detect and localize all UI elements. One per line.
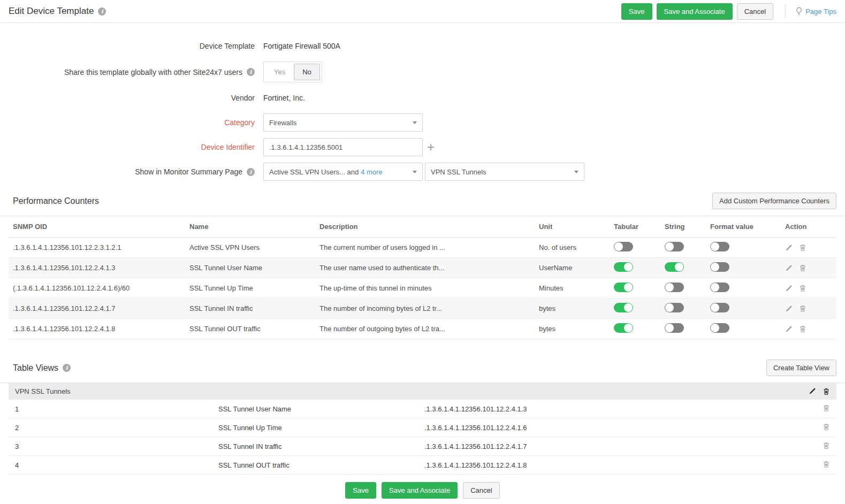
info-icon[interactable]: i bbox=[63, 364, 71, 372]
save-button[interactable]: Save bbox=[345, 482, 376, 499]
table-views-title: Table Views i bbox=[13, 363, 71, 373]
edit-icon[interactable] bbox=[785, 285, 793, 292]
format-value-toggle[interactable] bbox=[710, 242, 729, 251]
table-body: .1.3.6.1.4.1.12356.101.12.2.3.1.2.1 Acti… bbox=[9, 238, 836, 339]
tabular-toggle[interactable] bbox=[614, 242, 633, 251]
delete-icon[interactable] bbox=[823, 387, 830, 395]
category-label: Category bbox=[0, 118, 263, 127]
top-bar: Edit Device Template i Save Save and Ass… bbox=[0, 0, 845, 23]
device-identifier-input[interactable] bbox=[263, 138, 423, 156]
string-toggle[interactable] bbox=[665, 303, 684, 312]
format-value-toggle[interactable] bbox=[710, 323, 729, 333]
form-row-share: Share this template globally with other … bbox=[0, 62, 845, 82]
column-header-tabular: Tabular bbox=[610, 223, 660, 231]
column-header-snmp-oid: SNMP OID bbox=[9, 223, 185, 231]
summary-counters-value: Active SSL VPN Users... and bbox=[269, 168, 359, 176]
summary-counters-select[interactable]: Active SSL VPN Users... and 4 more bbox=[263, 163, 423, 181]
share-label-text: Share this template globally with other … bbox=[64, 68, 242, 77]
share-yes-option[interactable]: Yes bbox=[265, 64, 294, 80]
delete-icon[interactable] bbox=[799, 284, 806, 292]
info-icon[interactable]: i bbox=[247, 68, 255, 76]
edit-icon[interactable] bbox=[785, 325, 793, 333]
cell-name: SSL Tunnel OUT traffic bbox=[185, 325, 315, 333]
performance-counters-section: Performance Counters Add Custom Performa… bbox=[0, 193, 845, 339]
tabular-toggle[interactable] bbox=[614, 262, 633, 272]
string-toggle[interactable] bbox=[665, 242, 684, 251]
string-toggle[interactable] bbox=[665, 282, 684, 292]
info-icon[interactable]: i bbox=[98, 7, 106, 16]
column-header-name: Name bbox=[185, 223, 315, 231]
table-views-header: Table Views i Create Table View bbox=[0, 360, 845, 383]
table-view-rows: 1 SSL Tunnel User Name .1.3.6.1.4.1.1235… bbox=[9, 400, 836, 475]
cell-snmp-oid: .1.3.6.1.4.1.12356.101.12.2.4.1.8 bbox=[9, 325, 185, 333]
cell-unit: Minutes bbox=[535, 284, 610, 292]
share-label: Share this template globally with other … bbox=[0, 68, 263, 77]
more-counters-link[interactable]: 4 more bbox=[361, 168, 382, 176]
cell-counter-name: SSL Tunnel IN traffic bbox=[212, 442, 418, 450]
cell-name: SSL Tunnel User Name bbox=[185, 264, 315, 272]
cell-snmp-oid: (.1.3.6.1.4.1.12356.101.12.2.4.1.6)/60 bbox=[9, 284, 185, 292]
delete-icon[interactable] bbox=[799, 264, 806, 272]
edit-icon[interactable] bbox=[785, 244, 793, 251]
cell-oid: .1.3.6.1.4.1.12356.101.12.2.4.1.8 bbox=[418, 461, 815, 469]
cell-description: The up-time of this tunnel in minutes bbox=[315, 284, 535, 292]
category-select[interactable]: Firewalls bbox=[263, 113, 423, 132]
delete-icon[interactable] bbox=[823, 441, 830, 449]
cell-description: The user name used to authenticate th... bbox=[315, 264, 535, 272]
cell-index: 3 bbox=[9, 442, 212, 450]
format-value-toggle[interactable] bbox=[710, 262, 729, 272]
cell-snmp-oid: .1.3.6.1.4.1.12356.101.12.2.4.1.3 bbox=[9, 264, 185, 272]
add-identifier-button[interactable]: + bbox=[427, 141, 435, 154]
lightbulb-icon bbox=[795, 7, 803, 16]
save-button[interactable]: Save bbox=[621, 3, 652, 20]
format-value-toggle[interactable] bbox=[710, 282, 729, 292]
save-and-associate-button[interactable]: Save and Associate bbox=[657, 3, 733, 20]
delete-icon[interactable] bbox=[823, 404, 830, 412]
page-tips-link[interactable]: Page Tips bbox=[795, 7, 836, 16]
cell-unit: UserName bbox=[535, 264, 610, 272]
cell-index: 2 bbox=[9, 424, 212, 432]
form-row-vendor: Vendor Fortinet, Inc. bbox=[0, 89, 845, 107]
form-row-category: Category Firewalls bbox=[0, 113, 845, 132]
cell-counter-name: SSL Tunnel User Name bbox=[212, 405, 418, 413]
delete-icon[interactable] bbox=[799, 325, 806, 333]
add-custom-performance-counters-button[interactable]: Add Custom Performance Counters bbox=[712, 193, 836, 209]
info-icon[interactable]: i bbox=[247, 168, 255, 176]
performance-counters-header: Performance Counters Add Custom Performa… bbox=[0, 193, 845, 216]
cell-name: SSL Tunnel Up Time bbox=[185, 284, 315, 292]
table-row: (.1.3.6.1.4.1.12356.101.12.2.4.1.6)/60 S… bbox=[9, 278, 836, 299]
tabular-toggle[interactable] bbox=[614, 303, 633, 312]
delete-icon[interactable] bbox=[823, 423, 830, 431]
table-row: .1.3.6.1.4.1.12356.101.12.2.3.1.2.1 Acti… bbox=[9, 238, 836, 258]
device-template-form: Device Template Fortigate Firewall 500A … bbox=[0, 23, 845, 181]
cancel-button[interactable]: Cancel bbox=[737, 3, 773, 20]
delete-icon[interactable] bbox=[799, 243, 806, 251]
edit-icon[interactable] bbox=[785, 305, 793, 312]
table-header-row: SNMP OID Name Description Unit Tabular S… bbox=[9, 216, 836, 238]
edit-icon[interactable] bbox=[785, 264, 793, 272]
cancel-button[interactable]: Cancel bbox=[463, 482, 499, 499]
column-header-string: String bbox=[660, 223, 706, 231]
top-bar-actions: Save Save and Associate Cancel Page Tips bbox=[621, 3, 836, 20]
edit-icon[interactable] bbox=[809, 387, 816, 395]
string-toggle[interactable] bbox=[665, 262, 684, 272]
table-view-group-bar: VPN SSL Tunnels bbox=[9, 383, 836, 400]
save-and-associate-button[interactable]: Save and Associate bbox=[382, 482, 458, 499]
cell-description: The number of incoming bytes of L2 tr... bbox=[315, 304, 535, 312]
tabular-toggle[interactable] bbox=[614, 282, 633, 292]
share-no-option[interactable]: No bbox=[294, 64, 320, 80]
table-views-section: Table Views i Create Table View VPN SSL … bbox=[0, 360, 845, 475]
cell-description: The number of outgoing bytes of L2 tra..… bbox=[315, 325, 535, 333]
cell-snmp-oid: .1.3.6.1.4.1.12356.101.12.2.3.1.2.1 bbox=[9, 243, 185, 251]
tabular-toggle[interactable] bbox=[614, 323, 633, 333]
summary-tableview-select[interactable]: VPN SSL Tunnels bbox=[425, 163, 584, 181]
chevron-down-icon bbox=[574, 171, 578, 173]
table-row: 4 SSL Tunnel OUT traffic .1.3.6.1.4.1.12… bbox=[9, 456, 836, 475]
string-toggle[interactable] bbox=[665, 323, 684, 333]
format-value-toggle[interactable] bbox=[710, 303, 729, 312]
cell-name: SSL Tunnel IN traffic bbox=[185, 304, 315, 312]
delete-icon[interactable] bbox=[799, 304, 806, 312]
device-template-value: Fortigate Firewall 500A bbox=[263, 42, 340, 50]
delete-icon[interactable] bbox=[823, 460, 830, 468]
create-table-view-button[interactable]: Create Table View bbox=[766, 360, 836, 376]
